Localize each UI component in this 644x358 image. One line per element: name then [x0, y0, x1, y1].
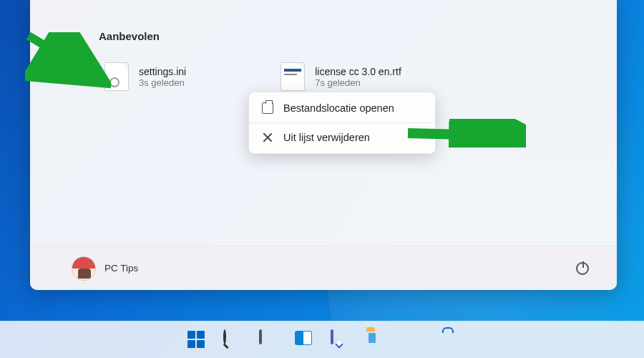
- menu-remove-from-list[interactable]: Uit lijst verwijderen: [249, 125, 435, 150]
- taskbar-store[interactable]: [432, 325, 462, 355]
- search-icon: [223, 331, 242, 349]
- start-menu-footer: PC Tips: [30, 246, 617, 290]
- user-account-button[interactable]: PC Tips: [72, 256, 138, 281]
- taskbar-widgets[interactable]: [289, 325, 319, 355]
- folder-icon: [262, 102, 273, 114]
- windows-start-icon: [187, 331, 206, 349]
- edge-icon: [402, 331, 421, 349]
- store-icon: [438, 331, 457, 349]
- file-icon-ini: [104, 62, 129, 91]
- recommended-item-license-rtf[interactable]: license cc 3.0 en.rtf 7s geleden: [276, 58, 406, 95]
- power-button[interactable]: [570, 256, 595, 281]
- menu-open-file-location[interactable]: Bestandslocatie openen: [249, 95, 435, 121]
- file-time: 7s geleden: [315, 77, 401, 88]
- recommended-item-settings-ini[interactable]: settings.ini 3s geleden: [100, 58, 190, 95]
- taskbar-search[interactable]: [218, 325, 248, 355]
- close-icon: [262, 132, 273, 143]
- file-name: license cc 3.0 en.rtf: [315, 66, 401, 77]
- user-name: PC Tips: [104, 263, 138, 274]
- context-menu: Bestandslocatie openen Uit lijst verwijd…: [248, 92, 436, 154]
- menu-separator: [249, 122, 435, 123]
- chat-icon: [331, 331, 349, 349]
- taskview-icon: [259, 331, 278, 349]
- menu-label: Bestandslocatie openen: [283, 102, 394, 114]
- avatar: [72, 256, 96, 281]
- widgets-icon: [295, 331, 313, 349]
- taskbar-taskview[interactable]: [253, 325, 283, 355]
- taskbar-chat[interactable]: [325, 325, 355, 355]
- taskbar-explorer[interactable]: [361, 325, 391, 355]
- file-explorer-icon: [366, 331, 385, 349]
- recommended-item-text: license cc 3.0 en.rtf 7s geleden: [315, 66, 401, 88]
- taskbar: [0, 321, 644, 358]
- file-name: settings.ini: [139, 66, 186, 77]
- menu-label: Uit lijst verwijderen: [283, 132, 370, 143]
- file-time: 3s geleden: [139, 77, 186, 88]
- recommended-grid: settings.ini 3s geleden license cc 3.0 e…: [100, 58, 590, 95]
- file-icon-rtf: [280, 62, 305, 91]
- recommended-title: Aanbevolen: [99, 30, 590, 42]
- taskbar-edge[interactable]: [396, 325, 426, 355]
- start-menu-panel: Aanbevolen settings.ini 3s geleden licen…: [30, 0, 617, 290]
- recommended-item-text: settings.ini 3s geleden: [139, 66, 186, 88]
- power-icon: [576, 262, 589, 275]
- taskbar-start[interactable]: [182, 325, 212, 355]
